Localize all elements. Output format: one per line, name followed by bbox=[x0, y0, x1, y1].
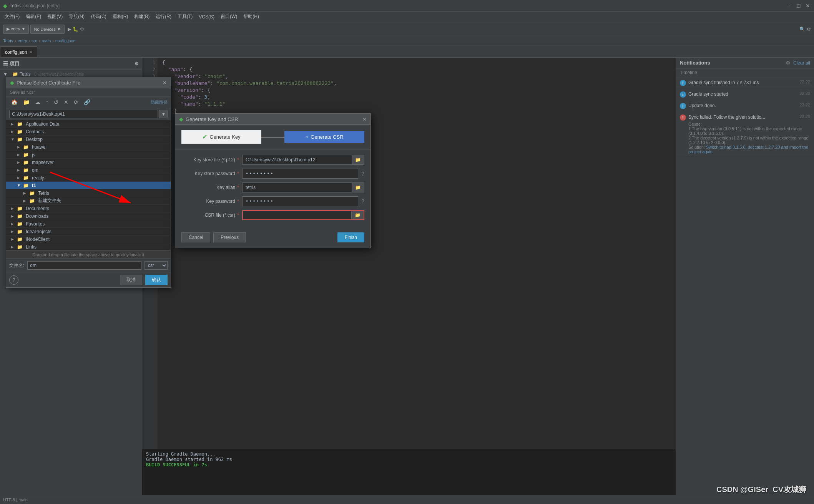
key-alias-input[interactable] bbox=[242, 182, 352, 192]
dialog-cancel-btn[interactable]: 取消 bbox=[120, 275, 142, 285]
dialog-tree-links[interactable]: ▶ 📁 Links bbox=[6, 243, 171, 251]
extension-select[interactable]: csr bbox=[145, 261, 168, 270]
menu-run[interactable]: 运行(R) bbox=[153, 13, 174, 21]
terminal-line-2: Gradle Daemon started in 962 ms bbox=[146, 457, 672, 462]
dialog-delete-btn[interactable]: ✕ bbox=[62, 98, 70, 106]
step-circle-icon: ○ bbox=[305, 134, 308, 140]
dialog-tree-t1[interactable]: ▼ 📁 t1 bbox=[6, 182, 171, 189]
gen-finish-btn[interactable]: Finish bbox=[337, 232, 364, 242]
csr-browse-btn[interactable]: 📁 bbox=[351, 210, 364, 220]
gen-cancel-btn[interactable]: Cancel bbox=[181, 232, 210, 242]
notif-time-3: 22:22 bbox=[799, 103, 810, 109]
key-alias-input-group: 📁 bbox=[242, 182, 364, 192]
maximize-btn[interactable]: □ bbox=[796, 3, 802, 9]
dialog-tree-inodeclient[interactable]: ▶ 📁 iNodeClient bbox=[6, 235, 171, 243]
search-btn[interactable]: 🔍 bbox=[799, 27, 805, 32]
menu-window[interactable]: 窗口(W) bbox=[218, 13, 240, 21]
run-config-btn[interactable]: ▶ entry ▼ bbox=[3, 25, 29, 34]
menu-edit[interactable]: 编辑(E) bbox=[23, 13, 44, 21]
breadcrumb-src[interactable]: src bbox=[32, 38, 37, 43]
dialog-tree-tetris[interactable]: ▶ 📁 Tetris bbox=[6, 189, 171, 197]
steps-bar: ✔ Generate Key ○ Generate CSR bbox=[175, 125, 370, 149]
settings-btn[interactable]: ⚙ bbox=[807, 27, 811, 32]
device-dropdown-btn[interactable]: No Devices ▼ bbox=[30, 25, 64, 34]
step-generate-csr[interactable]: ○ Generate CSR bbox=[284, 131, 364, 143]
keystore-file-input[interactable] bbox=[242, 155, 352, 165]
notifications-header: Notifications ⚙ Clear all bbox=[676, 58, 814, 68]
key-password-help-icon[interactable]: ? bbox=[361, 198, 364, 204]
notif-info-icon-2: i bbox=[680, 91, 686, 98]
dialog-tree-desktop[interactable]: ▼ 📁 Desktop bbox=[6, 136, 171, 143]
dialog-tree-favorites[interactable]: ▶ 📁 Favorites bbox=[6, 220, 171, 228]
key-alias-browse-btn[interactable]: 📁 bbox=[352, 182, 364, 192]
run-btn[interactable]: ▶ bbox=[68, 27, 71, 32]
key-password-input[interactable] bbox=[242, 196, 358, 206]
notif-link[interactable]: Switch to hap 3.1.5.0, decctest 1.2.7.20… bbox=[688, 145, 808, 154]
dialog-newfolder-btn[interactable]: 📁 bbox=[21, 98, 32, 106]
ks-password-input[interactable] bbox=[242, 169, 358, 179]
dialog-tree-app-data[interactable]: ▶ 📁 Application Data bbox=[6, 120, 171, 128]
dialog-cloud-btn[interactable]: ☁ bbox=[33, 98, 42, 106]
notif-time-4: 22:20 bbox=[799, 114, 810, 119]
breadcrumb-entry[interactable]: entry bbox=[18, 38, 27, 43]
dialog-tree-downloads[interactable]: ▶ 📁 Downloads bbox=[6, 212, 171, 220]
breadcrumb-main[interactable]: main bbox=[42, 38, 51, 43]
close-btn[interactable]: ✕ bbox=[805, 3, 811, 9]
gen-dialog-close-btn[interactable]: ✕ bbox=[362, 116, 367, 122]
menu-build[interactable]: 构建(B) bbox=[131, 13, 153, 21]
dialog-tree-newdir[interactable]: ▶ 📁 新建文件夹 bbox=[6, 197, 171, 205]
dialog-parent-btn[interactable]: ↑ bbox=[44, 98, 50, 106]
dialog-tree-huawei[interactable]: ▶ 📁 huawei bbox=[6, 143, 171, 151]
gen-dialog: ◆ Generate Key and CSR ✕ ✔ Generate Key … bbox=[175, 113, 371, 248]
dialog-tree-reactjs[interactable]: ▶ 📁 reactjs bbox=[6, 174, 171, 182]
keystore-browse-btn[interactable]: 📁 bbox=[352, 155, 364, 165]
gen-form: Key store file (*.p12) * 📁 Key store pas… bbox=[175, 149, 370, 229]
dialog-tree-ideaprojects[interactable]: ▶ 📁 IdeaProjects bbox=[6, 228, 171, 235]
menu-view[interactable]: 视图(V) bbox=[44, 13, 66, 21]
dialog-tree-contacts[interactable]: ▶ 📁 Contacts bbox=[6, 128, 171, 136]
debug-btn[interactable]: 🐛 bbox=[73, 27, 78, 32]
dialog-link-btn[interactable]: 🔗 bbox=[82, 98, 92, 106]
gen-dialog-logo: ◆ bbox=[179, 116, 183, 122]
filename-input[interactable] bbox=[27, 261, 141, 270]
menu-file[interactable]: 文件(F) bbox=[2, 13, 23, 21]
menu-help[interactable]: 帮助(H) bbox=[240, 13, 262, 21]
dialog-refresh-btn[interactable]: ↺ bbox=[52, 98, 60, 106]
file-dialog: ◆ Please Select Certificate File ✕ Save … bbox=[6, 77, 171, 288]
tab-config-json[interactable]: config.json ✕ bbox=[0, 46, 37, 57]
tab-close-icon[interactable]: ✕ bbox=[29, 50, 32, 54]
step-generate-key[interactable]: ✔ Generate Key bbox=[181, 130, 261, 144]
dialog-tree-documents[interactable]: ▶ 📁 Documents bbox=[6, 205, 171, 212]
sidebar-settings-icon[interactable]: ⚙ bbox=[135, 61, 139, 66]
dialog-tree-qm[interactable]: ▶ 📁 qm bbox=[6, 166, 171, 174]
file-dialog-close-btn[interactable]: ✕ bbox=[163, 80, 167, 86]
step-key-label: Generate Key bbox=[209, 134, 240, 140]
notif-settings-icon[interactable]: ⚙ bbox=[786, 60, 790, 66]
status-info: UTF-8 | main bbox=[3, 497, 28, 502]
gen-previous-btn[interactable]: Previous bbox=[213, 232, 246, 242]
menu-vcs[interactable]: VCS(S) bbox=[196, 13, 218, 20]
notif-time-2: 22:22 bbox=[799, 91, 810, 98]
menu-navigate[interactable]: 导航(N) bbox=[66, 13, 88, 21]
dialog-path-input[interactable] bbox=[9, 110, 158, 118]
csr-file-input[interactable] bbox=[242, 210, 351, 220]
code-line-5: "version": { bbox=[162, 87, 671, 94]
dialog-home-btn[interactable]: 🏠 bbox=[9, 98, 20, 106]
dialog-help-btn[interactable]: ? bbox=[9, 275, 18, 285]
notifications-panel: Notifications ⚙ Clear all Timeline i Gra… bbox=[676, 58, 814, 495]
dialog-reload-btn[interactable]: ⟳ bbox=[72, 98, 80, 106]
clear-all-btn[interactable]: Clear all bbox=[793, 60, 810, 66]
menu-code[interactable]: 代码(C) bbox=[88, 13, 110, 21]
hide-path-btn[interactable]: 隐藏路径 bbox=[151, 99, 168, 105]
menu-refactor[interactable]: 重构(R) bbox=[110, 13, 131, 21]
dialog-tree-mapserver[interactable]: ▶ 📁 mapserver bbox=[6, 159, 171, 166]
ks-password-help-icon[interactable]: ? bbox=[361, 171, 364, 177]
dialog-confirm-btn[interactable]: 确认 bbox=[145, 275, 168, 285]
minimize-btn[interactable]: ─ bbox=[786, 3, 792, 9]
menu-tools[interactable]: 工具(T) bbox=[174, 13, 196, 21]
dialog-tree-js[interactable]: ▶ 📁 js bbox=[6, 151, 171, 159]
build-btn[interactable]: ⚙ bbox=[80, 27, 84, 32]
dialog-path-arrow-btn[interactable]: ▼ bbox=[159, 110, 168, 118]
breadcrumb-config[interactable]: config.json bbox=[55, 38, 76, 43]
breadcrumb-tetris[interactable]: Tetris bbox=[3, 38, 13, 43]
